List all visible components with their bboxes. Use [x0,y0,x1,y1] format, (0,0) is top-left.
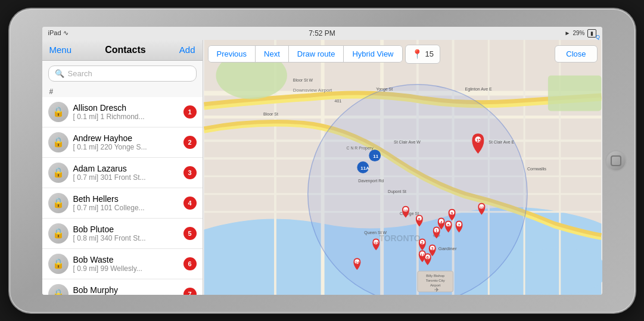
svg-text:Davenport Rd: Davenport Rd [358,178,384,183]
svg-text:2: 2 [421,241,423,245]
search-icon: 🔍 [55,69,64,78]
contact-distance: [ 0.7 mi] 301 Front St... [73,173,179,182]
svg-text:Dupont St: Dupont St [388,189,406,194]
svg-text:11: 11 [420,253,424,257]
ipad-wifi-label: iPad ∿ [48,29,69,37]
close-button[interactable]: Close [555,45,597,63]
contact-badge: 4 [183,197,197,210]
lock-icon: 🔒 [52,136,64,148]
battery-label: 29% [573,30,584,36]
lock-icon: 🔒 [52,288,64,295]
svg-text:7: 7 [458,223,460,227]
avatar: 🔒 [48,254,69,274]
hybrid-view-button[interactable]: Hybrid View [344,46,402,62]
svg-text:Billy Bishop: Billy Bishop [426,274,445,278]
svg-text:1: 1 [435,229,437,233]
contact-info: Beth Hellers [ 0.7 mi] 101 College... [73,194,179,212]
contact-distance: [ 0.8 mi] 340 Front St... [73,234,179,242]
svg-text:13: 13 [374,241,378,245]
status-bar: iPad ∿ 7:52 PM ► 29% ▮ [42,27,602,40]
count-label: 15 [425,49,434,58]
menu-button[interactable]: Menu [49,45,72,55]
avatar: 🔒 [48,163,69,183]
sidebar-title: Contacts [105,45,145,55]
draw-route-button[interactable]: Draw route [289,46,344,62]
svg-text:11A: 11A [360,165,369,170]
avatar: 🔒 [48,132,69,152]
map-area: Downsview Airport 401 Yonge St Eglinton … [203,40,602,295]
svg-text:Bloor St: Bloor St [263,112,278,116]
contact-badge: 5 [183,227,197,240]
contact-item[interactable]: 🔒 Beth Hellers [ 0.7 mi] 101 College... … [42,188,203,219]
sidebar-header: Menu Contacts Add [42,40,203,61]
contact-info: Adam Lazarus [ 0.7 mi] 301 Front St... [73,164,179,182]
contact-item[interactable]: 🔒 Adam Lazarus [ 0.7 mi] 301 Front St...… [42,158,203,188]
home-button[interactable] [605,150,627,172]
contact-name: Bob Waste [73,255,179,264]
avatar: 🔒 [48,284,69,295]
contact-name: Allison Dresch [73,103,179,113]
pin-icon: 📍 [412,49,423,60]
contact-item[interactable]: 🔒 Allison Dresch [ 0.1 mi] 1 Richmond...… [42,97,203,127]
lock-icon: 🔒 [52,197,64,208]
contact-name: Bob Murphy [73,285,179,295]
svg-text:401: 401 [334,98,341,102]
nav-button-group: Previous Next Draw route Hybrid View [208,45,403,63]
contact-info: Bob Murphy [ 1.0 mi] 335 Parliam... [73,285,179,295]
contact-item[interactable]: 🔒 Andrew Hayhoe [ 0.1 mi] 220 Yonge S...… [42,127,203,158]
lock-icon: 🔒 [52,167,64,178]
lock-icon: 🔒 [52,227,64,239]
contact-badge: 3 [183,166,197,179]
next-button[interactable]: Next [256,46,289,62]
lock-icon: 🔒 [52,106,64,117]
avatar: 🔒 [48,102,69,122]
search-field[interactable]: 🔍 Search [48,66,197,82]
contact-badge: 7 [183,288,197,295]
contact-name: Beth Hellers [73,194,179,204]
svg-text:10: 10 [403,208,407,212]
contact-info: Allison Dresch [ 0.1 mi] 1 Richmond... [73,103,179,121]
svg-text:5: 5 [447,223,449,227]
svg-text:Toronto City: Toronto City [425,279,444,282]
sidebar: Menu Contacts Add 🔍 Search # 🔒 [42,40,203,295]
svg-rect-18 [547,75,601,111]
avatar: 🔒 [48,193,69,213]
contact-list: 🔒 Allison Dresch [ 0.1 mi] 1 Richmond...… [42,97,203,295]
contact-info: Bob Plutoe [ 0.8 mi] 340 Front St... [73,225,179,242]
status-right: ► 29% ▮ [565,29,596,38]
svg-text:TORONTO: TORONTO [379,233,420,243]
svg-text:Gardiner: Gardiner [438,246,456,251]
contact-distance: [ 0.1 mi] 1 Richmond... [73,113,179,121]
svg-text:✈: ✈ [434,286,438,293]
signal-icon: ► [565,30,571,36]
svg-text:3: 3 [431,247,433,251]
contact-info: Andrew Hayhoe [ 0.1 mi] 220 Yonge S... [73,133,179,151]
contact-info: Bob Waste [ 0.9 mi] 99 Wellesly... [73,255,179,273]
add-button[interactable]: Add [179,45,195,55]
svg-text:4: 4 [440,220,442,224]
previous-button[interactable]: Previous [209,46,256,62]
main-area: Menu Contacts Add 🔍 Search # 🔒 [42,40,602,295]
search-placeholder: Search [68,69,92,78]
svg-text:12: 12 [480,205,484,209]
home-button-inner [611,155,621,166]
contact-badge: 6 [183,257,197,270]
svg-text:Eglinton Ave E: Eglinton Ave E [465,86,491,91]
contact-badge: 1 [183,105,197,119]
lock-icon: 🔒 [52,258,64,269]
search-bar: 🔍 Search [42,61,203,86]
svg-text:Yonge St: Yonge St [376,86,393,91]
contact-item[interactable]: 🔒 Bob Waste [ 0.9 mi] 99 Wellesly... 6 [42,249,203,279]
svg-point-19 [307,84,527,294]
contact-distance: [ 0.1 mi] 220 Yonge S... [73,143,179,151]
svg-text:Bloor St W: Bloor St W [293,77,313,82]
svg-text:9: 9 [450,211,453,215]
contact-distance: [ 0.9 mi] 99 Wellesly... [73,264,179,273]
map-background: Downsview Airport 401 Yonge St Eglinton … [203,40,602,295]
contact-item[interactable]: 🔒 Bob Murphy [ 1.0 mi] 335 Parliam... 7 [42,279,203,295]
svg-text:6: 6 [426,255,428,260]
ipad-screen: iPad ∿ 7:52 PM ► 29% ▮ Menu Contacts Add [42,27,602,295]
contact-item[interactable]: 🔒 Bob Plutoe [ 0.8 mi] 340 Front St... 5 [42,219,203,249]
svg-text:St Clair Ave E: St Clair Ave E [489,140,514,144]
section-header: # [42,86,203,97]
